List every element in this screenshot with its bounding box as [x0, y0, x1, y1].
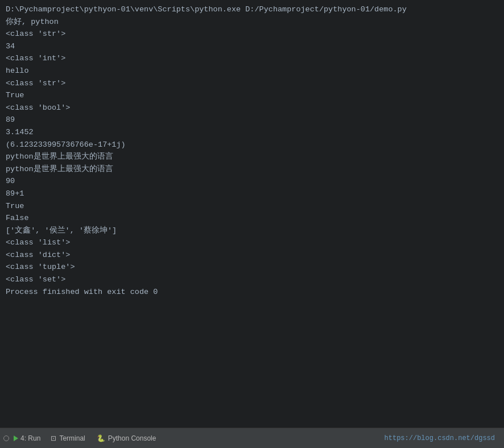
- play-icon: [14, 435, 18, 441]
- python-icon: 🐍: [97, 434, 105, 442]
- bottom-bar: 4: Run ⊡ Terminal 🐍 Python Console https…: [0, 428, 504, 448]
- terminal-button[interactable]: ⊡ Terminal: [45, 428, 90, 448]
- terminal-icon: ⊡: [51, 434, 56, 442]
- status-indicator: [3, 435, 9, 441]
- terminal-label: Terminal: [59, 434, 85, 442]
- run-number-label: 4: Run: [20, 434, 40, 442]
- python-console-label: Python Console: [108, 434, 156, 442]
- python-console-button[interactable]: 🐍 Python Console: [91, 428, 162, 448]
- run-button[interactable]: 4: Run: [9, 433, 45, 443]
- console-output: D:\Pychamproject\pythyon-01\venv\Scripts…: [0, 0, 504, 428]
- url-label: https://blog.csdn.net/dgssd: [385, 434, 501, 442]
